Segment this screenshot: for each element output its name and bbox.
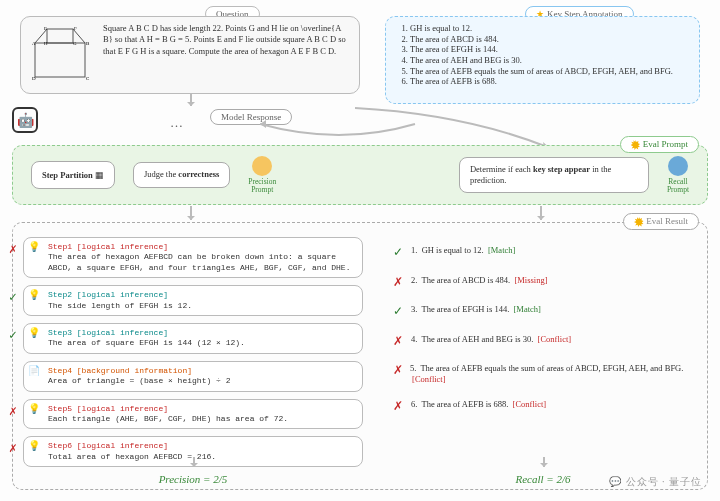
gear-icon: [634, 217, 644, 227]
mark-icon: ✗: [6, 242, 20, 259]
arrow-icon: [193, 457, 195, 467]
mark-icon: ✗: [393, 363, 404, 385]
recall-box: Determine if each key step appear in the…: [459, 157, 649, 193]
watermark: 💬 公众号 · 量子位: [609, 475, 702, 489]
eval-result-box: Eval Result ✗💡Step1 [logical inference]T…: [12, 222, 708, 490]
keystep-list: GH is equal to 12.The area of ABCD is 48…: [410, 23, 691, 87]
recall-item: ✗2. The area of ABCD is 484. [Missing]: [393, 275, 693, 291]
bulb-icon: 💡: [28, 440, 40, 453]
svg-text:H: H: [44, 41, 48, 46]
eval-prompt-box: Eval Prompt Step Partition ▦ Judge the c…: [12, 145, 708, 205]
mark-icon: ✗: [393, 275, 405, 291]
judge-box: Judge the correctness: [133, 162, 230, 187]
gear-icon: [631, 140, 641, 150]
mark-icon: ✗: [393, 334, 405, 350]
arrow-icon: [190, 94, 192, 106]
keystep-item: The area of AEH and BEG is 30.: [410, 55, 691, 66]
svg-rect-1: [47, 29, 73, 43]
bulb-icon: 💡: [28, 403, 40, 416]
svg-text:B: B: [86, 41, 90, 46]
arrow-icon: [190, 206, 192, 220]
step-item: ✓💡Step3 [logical inference]The area of s…: [23, 323, 363, 354]
question-box: AH GB EF DC Square A B C D has side leng…: [20, 16, 360, 94]
keystep-item: The area of AEFB is 688.: [410, 76, 691, 87]
precision-column: ✗💡Step1 [logical inference]The area of h…: [23, 237, 363, 474]
eval-result-label: Eval Result: [623, 213, 699, 230]
arrow-icon: [540, 206, 542, 220]
step-partition-box: Step Partition ▦: [31, 161, 115, 190]
mark-icon: ✗: [393, 399, 405, 415]
svg-text:E: E: [44, 26, 47, 31]
step-item: 📄Step4 [background information]Area of t…: [23, 361, 363, 392]
mark-icon: ✓: [393, 245, 405, 261]
keystep-item: GH is equal to 12.: [410, 23, 691, 34]
svg-text:G: G: [73, 41, 77, 46]
ellipsis-icon: …: [170, 115, 183, 131]
precision-prompt-avatar: Precision Prompt: [248, 156, 276, 195]
arrow-icon: [543, 457, 545, 467]
geometry-figure: AH GB EF DC: [29, 23, 97, 83]
bulb-icon: 💡: [28, 241, 40, 254]
svg-text:C: C: [86, 76, 90, 81]
model-response-label: Model Response: [210, 109, 292, 125]
mark-icon: ✓: [6, 290, 20, 307]
recall-item: ✗4. The area of AEH and BEG is 30. [Conf…: [393, 334, 693, 350]
recall-prompt-avatar: Recall Prompt: [667, 156, 689, 195]
svg-rect-0: [35, 43, 85, 77]
keystep-item: The area of AEFB equals the sum of areas…: [410, 66, 691, 77]
recall-item: ✗6. The area of AEFB is 688. [Conflict]: [393, 399, 693, 415]
keystep-box: GH is equal to 12.The area of ABCD is 48…: [385, 16, 700, 104]
step-item: ✗💡Step5 [logical inference]Each triangle…: [23, 399, 363, 430]
recall-item: ✗5. The area of AEFB equals the sum of a…: [393, 363, 693, 385]
svg-text:A: A: [32, 41, 36, 46]
bulb-icon: 💡: [28, 327, 40, 340]
robot-icon: 🤖: [12, 107, 38, 133]
recall-item: ✓1. GH is equal to 12. [Match]: [393, 245, 693, 261]
mark-icon: ✗: [6, 404, 20, 421]
recall-column: ✓1. GH is equal to 12. [Match]✗2. The ar…: [393, 245, 693, 429]
svg-text:F: F: [74, 26, 77, 31]
mark-icon: ✗: [6, 441, 20, 458]
svg-text:D: D: [32, 76, 36, 81]
precision-score: Precision = 2/5: [23, 473, 363, 485]
step-item: ✗💡Step1 [logical inference]The area of h…: [23, 237, 363, 278]
mark-icon: ✓: [393, 304, 405, 320]
bulb-icon: 📄: [28, 365, 40, 378]
bulb-icon: 💡: [28, 289, 40, 302]
recall-item: ✓3. The area of EFGH is 144. [Match]: [393, 304, 693, 320]
keystep-item: The area of ABCD is 484.: [410, 34, 691, 45]
keystep-item: The area of EFGH is 144.: [410, 44, 691, 55]
eval-prompt-label: Eval Prompt: [620, 136, 700, 153]
mark-icon: ✓: [6, 328, 20, 345]
step-item: ✓💡Step2 [logical inference]The side leng…: [23, 285, 363, 316]
question-text: Square A B C D has side length 22. Point…: [103, 23, 351, 83]
